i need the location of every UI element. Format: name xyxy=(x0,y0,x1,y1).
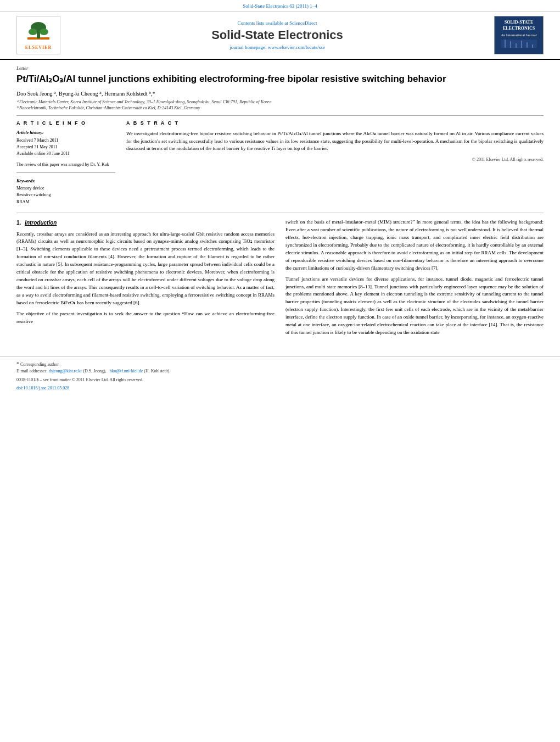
accepted-date: Accepted 31 May 2011 xyxy=(16,144,115,150)
authors: Doo Seok Jeong ᵃ, Byung-ki Cheong ᵃ, Her… xyxy=(16,91,544,97)
issn-text: 0038-1101/$ – see front matter © 2011 El… xyxy=(16,377,143,382)
homepage-url[interactable]: www.elsevier.com/locate/sse xyxy=(268,44,325,50)
doi-text[interactable]: doi:10.1016/j.sse.2011.05.028 xyxy=(16,386,69,390)
svg-rect-5 xyxy=(501,40,537,48)
email-line: E-mail addresses: dsjeong@kist.re.kr (D.… xyxy=(16,368,544,374)
review-note: The review of this paper was arranged by… xyxy=(16,161,115,168)
journal-citation: Solid-State Electronics 63 (2011) 1–4 xyxy=(0,0,560,12)
received-date: Received 7 March 2011 xyxy=(16,137,115,144)
journal-logo-graphic xyxy=(500,37,538,51)
keyword-1: Memory device xyxy=(16,185,115,192)
main-content: Letter Pt/Ti/Al₂O₃/Al tunnel junctions e… xyxy=(0,60,560,345)
svg-point-4 xyxy=(40,29,48,35)
elsevier-logo: ELSEVIER xyxy=(16,16,60,54)
keyword-3: RRAM xyxy=(16,199,115,206)
abstract-heading: A B S T R A C T xyxy=(126,120,544,126)
elsevier-tree-icon xyxy=(25,21,52,44)
intro-para2: The objective of the present investigati… xyxy=(16,310,275,326)
keywords-label: Keywords: xyxy=(16,178,115,183)
citation-text: Solid-State Electronics 63 (2011) 1–4 xyxy=(243,3,317,9)
divider-1 xyxy=(16,115,544,116)
intro-para1: Recently, crossbar arrays are considered… xyxy=(16,231,275,307)
doi-line: 0038-1101/$ – see front matter © 2011 El… xyxy=(16,377,544,382)
article-info-abstract: A R T I C L E I N F O Article history: R… xyxy=(16,120,544,206)
sciencedirect-link: Contents lists available at ScienceDirec… xyxy=(71,20,483,26)
article-dates: Received 7 March 2011 Accepted 31 May 20… xyxy=(16,137,115,157)
elsevier-brand-text: ELSEVIER xyxy=(25,45,52,50)
intro-title: 1. Introduction xyxy=(16,219,275,227)
abstract-text: We investigated electroforming-free bipo… xyxy=(126,130,544,153)
keyword-2: Resistive switching xyxy=(16,192,115,199)
intro-para3: switch on the basis of metal–insulator–m… xyxy=(285,219,544,272)
email1-link[interactable]: dsjeong@kist.re.kr xyxy=(49,369,82,373)
body-right-col: switch on the basis of metal–insulator–m… xyxy=(285,219,544,340)
affiliation-b: ᵇ Nanoelektronik, Technische Fakultät, C… xyxy=(16,105,544,111)
keywords-section: Keywords: Memory device Resistive switch… xyxy=(16,178,115,206)
available-date: Available online 30 June 2011 xyxy=(16,150,115,157)
journal-homepage: journal homepage: www.elsevier.com/locat… xyxy=(71,44,483,50)
corresponding-author-note: * Corresponding author. xyxy=(16,360,544,368)
affiliation-a: ᵃ Electronic Materials Center, Korea Ins… xyxy=(16,99,544,105)
paper-title: Pt/Ti/Al₂O₃/Al tunnel junctions exhibiti… xyxy=(16,73,544,85)
journal-title: Solid-State Electronics xyxy=(71,28,483,42)
journal-center: Contents lists available at ScienceDirec… xyxy=(60,20,494,50)
affiliations: ᵃ Electronic Materials Center, Korea Ins… xyxy=(16,99,544,111)
copyright: © 2011 Elsevier Ltd. All rights reserved… xyxy=(126,157,544,162)
article-info-heading: A R T I C L E I N F O xyxy=(16,120,115,126)
footer: * Corresponding author. E-mail addresses… xyxy=(0,356,560,390)
email2-link[interactable]: hko@tf.uni-kiel.de xyxy=(110,369,143,373)
doi-value: doi:10.1016/j.sse.2011.05.028 xyxy=(16,386,544,390)
svg-point-3 xyxy=(29,29,37,35)
journal-logo-right: SOLID-STATEELECTRONICS An International … xyxy=(494,16,544,54)
body-divider xyxy=(16,213,544,213)
history-label: Article history: xyxy=(16,130,115,135)
page: Solid-State Electronics 63 (2011) 1–4 EL… xyxy=(0,0,560,742)
divider-keywords xyxy=(16,172,115,173)
body-content: 1. Introduction Recently, crossbar array… xyxy=(16,219,544,340)
intro-para4: Tunnel junctions are versatile devices f… xyxy=(285,276,544,337)
abstract-col: A B S T R A C T We investigated electrof… xyxy=(126,120,544,206)
journal-header: ELSEVIER Contents lists available at Sci… xyxy=(0,12,560,60)
article-type-label: Letter xyxy=(16,65,544,71)
sciencedirect-text[interactable]: ScienceDirect xyxy=(289,20,317,26)
article-info-col: A R T I C L E I N F O Article history: R… xyxy=(16,120,115,206)
body-left-col: 1. Introduction Recently, crossbar array… xyxy=(16,219,275,340)
